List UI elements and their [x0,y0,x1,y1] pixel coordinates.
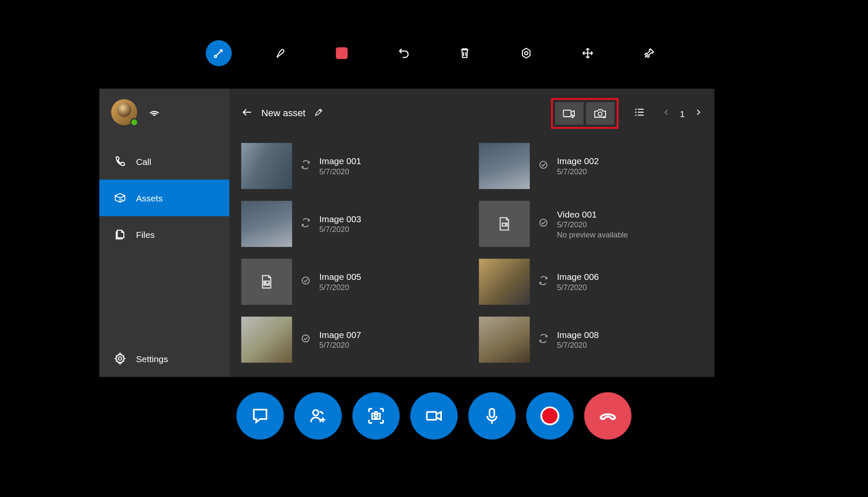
snapshot-button[interactable] [352,392,399,439]
chat-button[interactable] [236,392,284,439]
sync-icon [301,218,311,231]
svg-point-14 [374,414,377,417]
page-number: 1 [677,109,688,119]
list-view-toggle[interactable] [627,106,646,120]
delete-button[interactable] [452,40,478,66]
asset-grid: Image 0015/7/2020Image 0025/7/2020Image … [229,143,714,377]
sidebar-item-label: Call [136,156,151,166]
record-indicator-icon [542,408,557,424]
next-page-button[interactable] [694,108,702,119]
svg-rect-4 [563,110,571,117]
pager: 1 [662,108,702,119]
svg-point-8 [540,219,547,226]
asset-date: 5/7/2020 [319,167,361,176]
asset-info: Image 0055/7/2020 [319,272,361,292]
svg-point-5 [598,112,602,116]
presence-indicator [130,118,138,127]
done-icon [538,159,549,173]
network-icon [148,105,161,120]
prev-page-button[interactable] [662,108,671,119]
asset-item[interactable]: Image 0085/7/2020 [479,317,702,363]
asset-name: Image 003 [319,214,361,224]
color-tool-button[interactable] [329,40,354,66]
back-button[interactable] [241,106,253,120]
sync-icon [538,333,549,346]
asset-thumbnail [479,201,530,247]
asset-info: Image 0035/7/2020 [319,214,361,234]
sidebar-item-assets[interactable]: Assets [99,179,229,216]
content-area: New asset 1 [229,89,714,377]
asset-name: Image 001 [319,156,361,166]
asset-date: 5/7/2020 [557,167,599,176]
record-button[interactable] [526,392,573,439]
sidebar-item-label: Assets [136,193,163,203]
asset-thumbnail [241,259,292,305]
ink-tool-button[interactable] [267,40,293,66]
svg-point-6 [540,161,547,168]
settings-tool-button[interactable] [513,40,539,66]
move-tool-button[interactable] [574,40,600,66]
asset-item[interactable]: Video 0015/7/2020No preview available [479,201,702,247]
arrow-tool-button[interactable] [205,40,231,66]
sidebar-item-label: Settings [136,354,168,364]
asset-date: 5/7/2020 [319,225,361,234]
pin-button[interactable] [636,40,662,66]
asset-name: Image 006 [557,272,599,282]
asset-thumbnail [241,143,292,189]
asset-item[interactable]: Image 0055/7/2020 [241,259,465,305]
asset-thumbnail [479,317,530,363]
asset-date: 5/7/2020 [557,341,599,350]
sync-icon [538,275,549,288]
page-title: New asset [261,108,306,119]
asset-name: Image 002 [557,156,599,166]
asset-date: 5/7/2020 [557,220,628,229]
asset-date: 5/7/2020 [557,283,599,292]
asset-date: 5/7/2020 [319,341,361,350]
svg-point-11 [302,277,309,284]
asset-item[interactable]: Image 0065/7/2020 [479,259,702,305]
asset-date: 5/7/2020 [319,283,361,292]
svg-point-12 [302,335,309,342]
asset-info: Video 0015/7/2020No preview available [557,209,628,239]
call-controls [0,392,868,439]
asset-thumbnail [479,259,530,305]
sidebar-item-settings[interactable]: Settings [99,340,229,377]
edit-title-button[interactable] [314,108,323,120]
asset-item[interactable]: Image 0075/7/2020 [241,317,465,363]
app-window: Call Assets Files Settings New asset [99,89,714,377]
asset-info: Image 0015/7/2020 [319,156,361,176]
asset-item[interactable]: Image 0015/7/2020 [241,143,465,189]
sidebar-item-call[interactable]: Call [99,143,229,179]
asset-name: Video 001 [557,209,628,219]
add-photo-button[interactable] [586,102,614,125]
svg-point-13 [313,410,318,416]
asset-thumbnail [241,201,292,247]
done-icon [301,275,311,288]
asset-name: Image 008 [557,329,599,340]
add-participant-button[interactable] [294,392,341,439]
asset-info: Image 0025/7/2020 [557,156,599,176]
mic-button[interactable] [468,392,515,439]
asset-name: Image 007 [319,329,361,340]
content-header: New asset 1 [229,89,714,143]
video-button[interactable] [410,392,457,439]
profile-section [99,89,229,143]
asset-name: Image 005 [319,272,361,282]
asset-item[interactable]: Image 0035/7/2020 [241,201,465,247]
svg-point-3 [118,357,122,360]
done-icon [301,333,311,346]
sidebar: Call Assets Files Settings [99,89,229,377]
undo-button[interactable] [390,40,416,66]
sidebar-item-files[interactable]: Files [99,216,229,253]
svg-rect-7 [502,223,506,226]
asset-info: Image 0085/7/2020 [557,329,599,349]
asset-item[interactable]: Image 0025/7/2020 [479,143,702,189]
capture-highlight [551,98,618,128]
asset-thumbnail [479,143,530,189]
end-call-button[interactable] [584,392,631,439]
sync-icon [301,159,311,173]
svg-point-2 [524,52,528,55]
add-video-button[interactable] [555,102,584,125]
svg-marker-1 [522,48,530,58]
done-icon [538,218,549,231]
